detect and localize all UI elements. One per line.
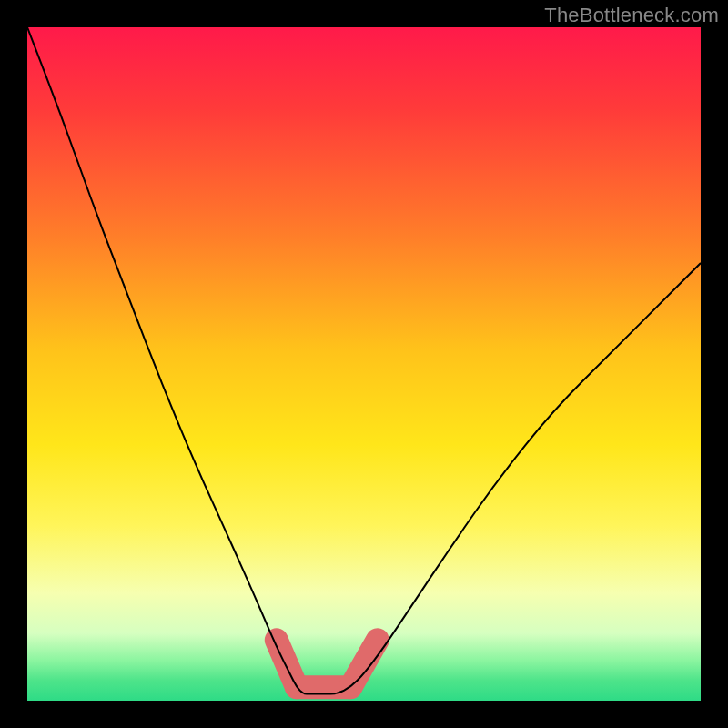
chart-svg [27, 27, 701, 701]
watermark-text: TheBottleneck.com [544, 4, 719, 27]
chart-container [27, 27, 701, 701]
